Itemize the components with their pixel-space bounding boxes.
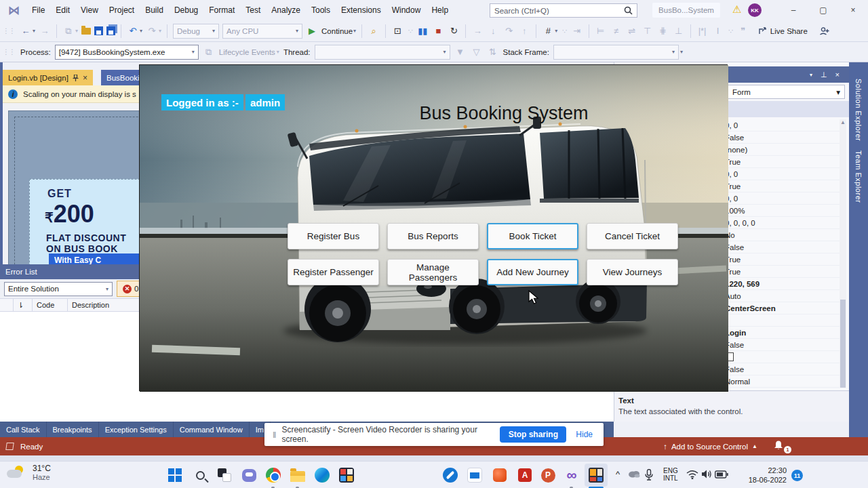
menu-item-test[interactable]: Test [240, 3, 266, 18]
menu-item-tools[interactable]: Tools [306, 3, 336, 18]
powerpoint-button[interactable]: P [538, 466, 557, 485]
hide-link[interactable]: Hide [576, 430, 593, 439]
maximize-button[interactable]: ▢ [808, 0, 838, 20]
properties-scrollbar[interactable]: ▲ [840, 119, 846, 388]
continue-button[interactable]: Continue [321, 27, 353, 35]
tab-login-design[interactable]: Login.vb [Design] × [3, 70, 93, 85]
clock[interactable]: 22:30 18-06-2022 [749, 466, 787, 485]
stop-icon[interactable]: ■ [432, 26, 444, 36]
menu-item-window[interactable]: Window [387, 3, 427, 18]
open-folder-icon[interactable] [81, 28, 91, 35]
window-position-icon[interactable]: ▾ [810, 72, 812, 78]
office-button[interactable] [490, 466, 509, 485]
minimize-button[interactable]: – [778, 0, 808, 20]
search-button[interactable] [191, 466, 210, 485]
back-dropdown-icon[interactable]: ▾ [33, 28, 35, 34]
book-ticket-button[interactable]: Book Ticket [487, 223, 578, 249]
cancel-ticket-button[interactable]: Cancel Ticket [587, 223, 678, 249]
solution-config-dropdown[interactable]: Debug▾ [173, 24, 219, 39]
store-button[interactable] [337, 466, 356, 485]
live-share-button[interactable]: Live Share [758, 26, 808, 35]
close-tab-icon[interactable]: × [83, 73, 87, 83]
weather-widget[interactable]: 31°C Haze [7, 464, 51, 481]
platform-dropdown[interactable]: Any CPU▾ [222, 24, 302, 39]
side-tab-solution-explorer[interactable]: Solution Explorer [854, 79, 863, 141]
close-button[interactable]: × [838, 0, 868, 20]
battery-pen-icon[interactable] [715, 470, 728, 479]
add-new-journey-button[interactable]: Add New Journey [487, 259, 578, 285]
chrome-button[interactable] [264, 466, 283, 485]
stop-sharing-button[interactable]: Stop sharing [500, 426, 566, 443]
pause-icon[interactable]: ▮▮ [416, 26, 429, 36]
file-explorer-button[interactable] [288, 466, 307, 485]
toolbar-grip[interactable]: ⋮⋮ [3, 27, 15, 35]
bottom-tab-exception-settings[interactable]: Exception Settings [99, 422, 174, 437]
register-passenger-button[interactable]: Register Passenger [288, 259, 379, 285]
onedrive-cloud-icon[interactable] [628, 469, 640, 478]
toolbar-overflow-icon[interactable]: ▾ [680, 49, 683, 55]
column-blank[interactable] [0, 299, 14, 311]
continue-play-icon[interactable]: ▶ [306, 26, 318, 36]
hot-reload-icon[interactable]: ⌕ [368, 26, 380, 37]
visual-studio-button[interactable]: ∞ [562, 466, 581, 485]
mail-button[interactable] [465, 466, 484, 485]
menu-item-build[interactable]: Build [140, 3, 169, 18]
menu-item-help[interactable]: Help [426, 3, 454, 18]
navigate-back-icon[interactable]: ← [20, 26, 32, 36]
microphone-icon[interactable] [645, 469, 653, 481]
menu-item-analyze[interactable]: Analyze [266, 3, 306, 18]
menu-item-edit[interactable]: Edit [50, 3, 75, 18]
menu-item-project[interactable]: Project [104, 3, 140, 18]
warning-icon[interactable]: ⚠ [732, 3, 741, 16]
start-button[interactable] [165, 466, 184, 485]
column-pin[interactable]: ⇂ [14, 299, 33, 311]
screenshot-box-icon[interactable]: ⊡ [391, 26, 403, 36]
tray-expand-chevron[interactable]: ^ [616, 470, 620, 478]
bus-reports-button[interactable]: Bus Reports [387, 223, 479, 249]
bottom-tab-command-window[interactable]: Command Window [174, 422, 250, 437]
add-to-source-control-button[interactable]: ↑ Add to Source Control ▲ [663, 443, 757, 451]
active-recorder-app-button[interactable] [585, 464, 608, 487]
speaker-icon[interactable] [701, 469, 713, 479]
toolbar-grip[interactable]: ⋮⋮ [3, 48, 15, 56]
menu-item-extensions[interactable]: Extensions [336, 3, 387, 18]
manage-passengers-button[interactable]: Manage Passengers [387, 259, 479, 285]
task-view-button[interactable] [215, 466, 234, 485]
menu-item-debug[interactable]: Debug [169, 3, 203, 18]
scroll-up-icon[interactable]: ▲ [840, 119, 846, 125]
restart-icon[interactable]: ↻ [448, 26, 460, 36]
acrobat-button[interactable]: A [515, 466, 534, 485]
hex-display-icon[interactable]: # [542, 26, 554, 36]
save-all-icon[interactable] [106, 26, 115, 35]
chat-button[interactable] [239, 466, 258, 485]
pin-icon[interactable] [73, 75, 79, 81]
close-icon[interactable]: × [835, 70, 840, 79]
lifecycle-events-button[interactable]: Lifecycle Events [219, 48, 275, 56]
search-input[interactable]: Search (Ctrl+Q) [490, 3, 637, 18]
column-code[interactable]: Code [33, 299, 68, 311]
error-scope-dropdown[interactable]: Entire Solution▾ [4, 282, 113, 296]
notifications-bell-button[interactable]: 1 [773, 440, 788, 452]
edge-button[interactable] [313, 466, 332, 485]
view-journeys-button[interactable]: View Journeys [587, 259, 678, 285]
menu-item-format[interactable]: Format [203, 3, 240, 18]
pin-icon[interactable]: ⊥ [821, 70, 827, 79]
language-indicator[interactable]: ENGINTL [663, 467, 678, 482]
avatar[interactable]: KK [748, 3, 762, 17]
scrollbar-thumb[interactable] [840, 300, 846, 388]
process-dropdown[interactable]: [9472] BusBookingSystem.exe▾ [55, 45, 199, 60]
menu-item-file[interactable]: File [26, 3, 50, 18]
bottom-tab-breakpoints[interactable]: Breakpoints [47, 422, 99, 437]
settings-button[interactable] [441, 466, 460, 485]
column-description[interactable]: Description [68, 299, 149, 311]
thread-dropdown[interactable]: ▾ [315, 45, 450, 60]
register-bus-button[interactable]: Register Bus [288, 223, 379, 249]
menu-item-view[interactable]: View [75, 3, 104, 18]
save-icon[interactable] [94, 26, 103, 35]
wifi-icon[interactable] [686, 470, 698, 479]
bottom-tab-call-stack[interactable]: Call Stack [0, 422, 47, 437]
taskbar-notification-badge[interactable]: 11 [791, 470, 803, 481]
stack-frame-dropdown[interactable]: ▾ [553, 45, 679, 60]
undo-icon[interactable]: ↶ [127, 26, 139, 36]
side-tab-team-explorer[interactable]: Team Explorer [854, 150, 863, 203]
